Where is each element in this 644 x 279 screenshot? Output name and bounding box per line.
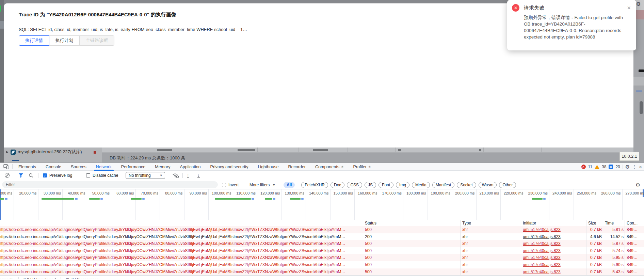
column-divider[interactable] <box>521 220 521 275</box>
column-header-time[interactable]: Time <box>605 221 614 226</box>
column-header-status[interactable]: Status <box>365 221 376 226</box>
table-row[interactable]: https://ob-odc.eeo-inc.com/api/v1/diagno… <box>0 240 644 247</box>
chip-fetch-xhr[interactable]: Fetch/XHR <box>301 182 328 188</box>
devtools-close-icon[interactable]: × <box>639 164 642 170</box>
clear-network-log-icon[interactable] <box>5 173 10 178</box>
chip-img[interactable]: Img <box>396 182 409 188</box>
tab-components[interactable]: Components✳ <box>310 163 348 171</box>
requests-table-header[interactable]: StatusTypeInitiatorSizeTimeCon... <box>0 220 644 226</box>
column-divider[interactable] <box>625 220 625 275</box>
filter-funnel-icon[interactable] <box>18 173 23 178</box>
cell-initiator[interactable]: umi.517e40ca.js:823 <box>523 234 561 239</box>
tab-sources[interactable]: Sources <box>66 163 91 171</box>
chip-css[interactable]: CSS <box>347 182 362 188</box>
console-errors-icon[interactable]: ✕ <box>581 165 586 169</box>
screen: Trace ID 为 "YB420A012B6F-000647E44B4EC9E… <box>0 0 644 279</box>
import-har-icon[interactable]: ↑ <box>187 173 189 178</box>
network-overview-timeline[interactable]: 10,000 ms20,000 ms30,000 ms40,000 ms50,0… <box>0 189 644 220</box>
disable-cache-toggle[interactable]: Disable cache <box>86 171 118 180</box>
column-header-initiator[interactable]: Initiator <box>523 221 536 226</box>
settings-gear-icon[interactable]: ⚙ <box>636 1 641 7</box>
chip-js[interactable]: JS <box>365 182 376 188</box>
invert-toggle[interactable]: Invert <box>222 180 239 189</box>
chip-all[interactable]: All <box>284 182 295 188</box>
tab-lighthouse[interactable]: Lighthouse <box>253 163 283 171</box>
column-header-con[interactable]: Con... <box>627 221 638 226</box>
cell-initiator[interactable]: umi.517e40ca.js:823 <box>523 227 561 232</box>
network-conditions-icon[interactable] <box>172 173 179 178</box>
cell-connection: 849… <box>627 255 638 260</box>
waterfall-bar-blue <box>100 198 103 200</box>
preserve-log-toggle[interactable]: ✓ Preserve log <box>43 171 72 180</box>
console-warnings-count[interactable]: 38 <box>602 165 606 169</box>
network-toolbar: ✓ Preserve log Disable cache No throttli… <box>0 171 644 180</box>
more-filters-button[interactable]: More filters ▼ <box>249 180 275 189</box>
checkbox-unchecked-icon[interactable] <box>222 183 226 187</box>
network-settings-gear-icon[interactable]: ⚙ <box>636 182 640 188</box>
table-fragment-divider <box>348 148 348 153</box>
column-header-size[interactable]: Size <box>588 221 596 226</box>
column-divider[interactable] <box>603 220 603 275</box>
request-type-chips: AllFetch/XHRDocCSSJSFontImgMediaManifest… <box>284 180 516 189</box>
table-row[interactable]: https://ob-odc.eeo-inc.com/api/v1/diagno… <box>0 261 644 268</box>
chip-socket[interactable]: Socket <box>457 182 476 188</box>
modal-tab-执行计划[interactable]: 执行计划 <box>49 35 80 46</box>
chip-media[interactable]: Media <box>412 182 430 188</box>
tab-memory[interactable]: Memory <box>150 163 175 171</box>
issues-count[interactable]: 20 <box>615 165 620 169</box>
cell-initiator[interactable]: umi.517e40ca.js:823 <box>523 255 561 260</box>
tab-application[interactable]: Application <box>175 163 205 171</box>
chevron-right-icon[interactable]: ▶ <box>6 150 9 154</box>
chip-doc[interactable]: Doc <box>331 182 344 188</box>
checkbox-checked-icon[interactable]: ✓ <box>43 173 47 177</box>
devtools-settings-icon[interactable]: ⚙ <box>625 164 630 170</box>
tab-profiler[interactable]: Profiler✳ <box>348 163 375 171</box>
tab-elements[interactable]: Elements <box>14 163 41 171</box>
cell-time: 5.95 s <box>603 255 624 260</box>
tab-console[interactable]: Console <box>41 163 66 171</box>
checkbox-unchecked-icon[interactable] <box>86 173 90 177</box>
table-row[interactable]: https://ob-odc.eeo-inc.com/api/v1/diagno… <box>0 247 644 254</box>
export-har-icon[interactable]: ↓ <box>197 173 200 178</box>
console-warnings-icon[interactable] <box>595 165 599 169</box>
tab-performance[interactable]: Performance <box>116 163 150 171</box>
tab-recorder[interactable]: Recorder <box>284 163 310 171</box>
tab-privacy-and-security[interactable]: Privacy and security <box>206 163 253 171</box>
table-row[interactable]: https://ob-odc.eeo-inc.com/api/v1/diagno… <box>0 268 644 276</box>
column-divider[interactable] <box>460 220 461 275</box>
console-errors-count[interactable]: 11 <box>588 165 592 169</box>
column-divider[interactable] <box>363 220 363 275</box>
cell-size: 0.7 kB <box>586 262 602 267</box>
cell-initiator[interactable]: umi.517e40ca.js:823 <box>523 269 561 274</box>
devtools-tabbar: ElementsConsoleSourcesNetworkPerformance… <box>0 163 644 171</box>
toast-close-icon[interactable]: × <box>627 5 631 11</box>
page-scrollbar-thumb[interactable] <box>640 101 643 114</box>
chip-wasm[interactable]: Wasm <box>479 182 497 188</box>
resize-handle[interactable] <box>639 69 644 72</box>
column-divider[interactable] <box>586 220 586 275</box>
search-icon[interactable] <box>29 173 33 178</box>
throttling-select[interactable]: No throttling▼ <box>126 172 165 179</box>
tab-network[interactable]: Network <box>91 163 116 171</box>
filter-input[interactable]: Filter <box>2 181 218 188</box>
cell-initiator[interactable]: umi.517e40ca.js:823 <box>523 248 561 253</box>
modal-tab-执行详情[interactable]: 执行详情 <box>19 35 49 46</box>
table-row[interactable]: https://ob-odc.eeo-inc.com/api/v1/diagno… <box>0 226 644 233</box>
cell-initiator[interactable]: umi.517e40ca.js:823 <box>523 262 561 267</box>
result-status-bar: DB 耗时：224.29 ms 总条数：1000 条 <box>102 153 644 162</box>
issues-icon[interactable] <box>609 165 613 169</box>
waterfall-bar-blue <box>543 198 546 200</box>
chip-other[interactable]: Other <box>499 182 516 188</box>
chip-font[interactable]: Font <box>379 182 393 188</box>
waterfall-bar-blue <box>301 198 304 200</box>
sql-statement: SQL: SELECT id, class_id, member_uid, is… <box>19 27 247 32</box>
table-row[interactable]: https://ob-odc.eeo-inc.com/api/v1/diagno… <box>0 233 644 241</box>
table-row[interactable]: https://ob-odc.eeo-inc.com/api/v1/diagno… <box>0 254 644 261</box>
column-header-type[interactable]: Type <box>462 221 471 226</box>
devtools-menu-icon[interactable]: ⋮ <box>632 164 637 169</box>
tree-item-datasource[interactable]: ▶ mysql-glb-internal-250.227(从库) <box>6 149 82 155</box>
error-toast: ✕ 请求失败 × 预期外异常，错误详情：Failed to get profil… <box>507 0 636 50</box>
device-toolbar-icon[interactable] <box>3 164 9 169</box>
chip-manifest[interactable]: Manifest <box>432 182 454 188</box>
cell-initiator[interactable]: umi.517e40ca.js:823 <box>523 241 561 246</box>
